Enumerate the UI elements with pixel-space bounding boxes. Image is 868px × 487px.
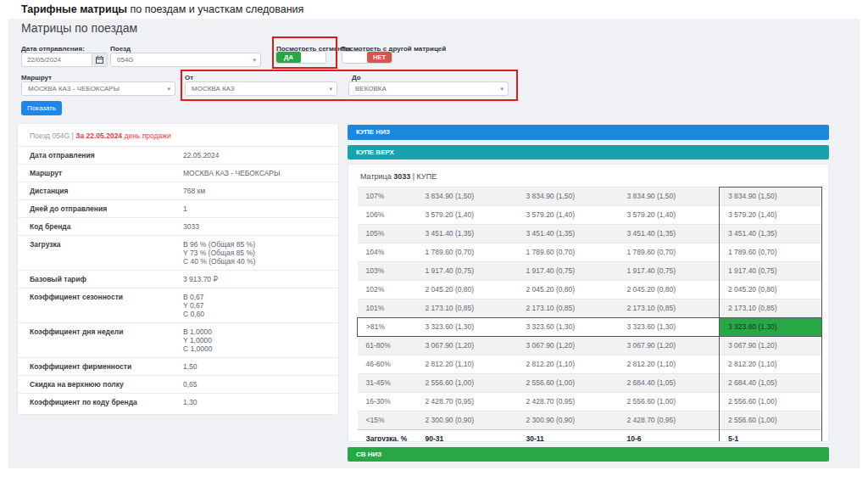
matrix-row: 103%1 917.40 (0,75)1 917.40 (0,75)1 917.… bbox=[358, 262, 822, 281]
info-value: 1 bbox=[183, 200, 338, 218]
info-value: 1,30 bbox=[183, 394, 338, 411]
matrix-title-prefix: Матрица bbox=[360, 172, 393, 181]
from-select-value: МОСКВА КАЗ bbox=[192, 85, 235, 92]
info-row: Коэффициент сезонностиB 0,67Y 0,67C 0,60 bbox=[18, 288, 338, 323]
load-range-label: 102% bbox=[358, 281, 417, 299]
train-select-value: 054G bbox=[117, 56, 134, 64]
section-kupe-verkh[interactable]: КУПЕ ВЕРХ bbox=[348, 145, 829, 160]
section-kupe-niz[interactable]: КУПЕ НИЗ bbox=[348, 125, 829, 140]
departure-date-group bbox=[21, 53, 108, 67]
matrix-cell: 3 579.20 (1,40) bbox=[720, 206, 822, 225]
info-row: ЗагрузкаB 96 % (Общая 85 %)Y 73 % (Общая… bbox=[18, 236, 338, 271]
matrix-cell: 1 917.40 (0,75) bbox=[619, 262, 720, 281]
info-value: 0,65 bbox=[183, 376, 338, 394]
matrix-cell: 1 789.60 (0,70) bbox=[720, 244, 822, 262]
calendar-icon[interactable] bbox=[92, 53, 108, 67]
info-row: МаршрутМОСКВА КАЗ - ЧЕБОКСАРЫ bbox=[18, 165, 338, 182]
info-row: Дата отправления22.05.2024 bbox=[18, 147, 338, 165]
load-range-label: 101% bbox=[358, 299, 417, 318]
matrix-cell: 2 812.20 (1,10) bbox=[720, 355, 822, 374]
info-value-line: МОСКВА КАЗ - ЧЕБОКСАРЫ bbox=[183, 169, 338, 177]
info-label: Коэффициент дня недели bbox=[18, 323, 183, 358]
info-value-line: Y 0,67 bbox=[183, 301, 338, 310]
info-value-line: 3033 bbox=[183, 222, 338, 231]
matrix-row: 46-60%2 812.20 (1,10)2 812.20 (1,10)2 81… bbox=[358, 355, 822, 374]
toggle-track bbox=[342, 52, 367, 63]
matrix-cell: 2 428.70 (0,95) bbox=[417, 393, 518, 411]
info-row: Коэффициент по коду бренда1,30 bbox=[18, 394, 338, 411]
load-range-label: 104% bbox=[358, 244, 417, 262]
matrix-code: 3033 bbox=[393, 172, 410, 181]
matrix-cell: 1 789.60 (0,70) bbox=[619, 244, 720, 262]
info-value-line: C 1,0000 bbox=[183, 344, 338, 353]
info-value-line: C 0,60 bbox=[183, 310, 338, 318]
train-info-title-suffix: день продажи bbox=[122, 132, 171, 140]
page-title: Матрицы по поездам bbox=[21, 21, 137, 35]
route-label: Маршрут bbox=[21, 74, 52, 81]
matrix-cell: 2 556.60 (1,00) bbox=[720, 411, 822, 430]
matrix-cell: 2 300.90 (0,90) bbox=[518, 411, 619, 430]
matrix-cell: 2 428.70 (0,95) bbox=[518, 393, 619, 411]
app-title: Тарифные матрицы по поездам и участкам с… bbox=[0, 0, 868, 19]
load-range-label: 16-30% bbox=[358, 393, 417, 411]
matrix-cell: 2 300.90 (0,90) bbox=[417, 411, 518, 430]
matrix-row: 105%3 451.40 (1,35)3 451.40 (1,35)3 451.… bbox=[358, 225, 822, 244]
matrix-cell: 3 067.90 (1,20) bbox=[417, 337, 518, 355]
info-label: Дней до отправления bbox=[18, 200, 183, 218]
matrix-cell: 1 789.60 (0,70) bbox=[518, 244, 619, 262]
matrix-card: Матрица 3033 | КУПЕ 107%3 834.90 (1,50)3… bbox=[348, 164, 829, 442]
other-matrix-toggle[interactable]: НЕТ bbox=[342, 51, 392, 64]
matrix-cell: 1 917.40 (0,75) bbox=[720, 262, 822, 281]
train-label: Поезд bbox=[110, 45, 131, 53]
matrix-cell: 2 812.20 (1,10) bbox=[619, 355, 720, 374]
matrix-cell: 2 045.20 (0,80) bbox=[619, 281, 720, 299]
info-label: Загрузка bbox=[18, 236, 183, 271]
app-title-bold: Тарифные матрицы bbox=[21, 3, 127, 15]
info-label: Дата отправления bbox=[18, 147, 183, 165]
info-label: Базовый тариф bbox=[18, 271, 183, 288]
matrix-cell: 3 323.60 (1,30) bbox=[417, 318, 518, 337]
info-value-line: C 40 % (Общая 40 %) bbox=[183, 257, 338, 266]
matrix-cell: 3 451.40 (1,35) bbox=[417, 225, 518, 244]
info-value-line: Y 1,0000 bbox=[183, 336, 338, 344]
chevron-down-icon: ▾ bbox=[167, 82, 170, 95]
train-select[interactable]: 054G ▾ bbox=[110, 53, 261, 67]
column-header: 5-1 bbox=[720, 430, 822, 443]
matrix-row: 61-80%3 067.90 (1,20)3 067.90 (1,20)3 06… bbox=[358, 337, 822, 355]
train-info-title: Поезд 054G | За 22.05.2024 день продажи bbox=[18, 132, 338, 146]
info-row: Скидка на верхнюю полку0,65 bbox=[18, 376, 338, 394]
show-button[interactable]: Показать bbox=[21, 101, 62, 115]
info-row: Коэффициент фирменности1,50 bbox=[18, 358, 338, 376]
from-select[interactable]: МОСКВА КАЗ ▾ bbox=[185, 81, 337, 96]
matrix-cell: 3 834.90 (1,50) bbox=[518, 188, 619, 206]
matrix-cell: 2 812.20 (1,10) bbox=[518, 355, 619, 374]
app-title-rest: по поездам и участкам следования bbox=[127, 3, 303, 15]
matrix-row: <15%2 300.90 (0,90)2 300.90 (0,90)2 428.… bbox=[358, 411, 822, 430]
info-value: B 1,0000Y 1,0000C 1,0000 bbox=[183, 323, 338, 358]
matrix-row: 16-30%2 428.70 (0,95)2 428.70 (0,95)2 55… bbox=[358, 393, 822, 411]
main-panel: Матрицы по поездам Дата отправления: Пое… bbox=[8, 19, 860, 468]
info-value-line: 22.05.2024 bbox=[183, 151, 338, 160]
info-value-line: 768 км bbox=[183, 187, 338, 195]
matrix-cell: 2 045.20 (0,80) bbox=[720, 281, 822, 299]
route-select[interactable]: МОСКВА КАЗ - ЧЕБОКСАРЫ ▾ bbox=[21, 81, 175, 96]
train-info-title-train: Поезд 054G | bbox=[30, 132, 75, 140]
info-value-line: B 0,67 bbox=[183, 293, 338, 301]
matrix-title-suffix: | КУПЕ bbox=[410, 172, 437, 181]
matrix-cell: 2 428.70 (0,95) bbox=[619, 411, 720, 430]
matrix-cell: 2 045.20 (0,80) bbox=[518, 281, 619, 299]
info-value-line: 1 bbox=[183, 204, 338, 213]
section-sv-niz[interactable]: СВ НИЗ bbox=[348, 447, 829, 462]
view-segments-toggle[interactable]: ДА bbox=[275, 51, 326, 64]
matrix-cell: 3 579.20 (1,40) bbox=[518, 206, 619, 225]
load-range-label: 107% bbox=[358, 188, 417, 206]
matrix-cell: 2 556.60 (1,00) bbox=[720, 393, 822, 411]
matrix-cell: 2 173.10 (0,85) bbox=[518, 299, 619, 318]
to-select[interactable]: ВЕКОВКА ▾ bbox=[348, 81, 509, 96]
info-value: B 0,67Y 0,67C 0,60 bbox=[183, 288, 338, 323]
info-value: 3 913.70 ₽ bbox=[183, 271, 338, 288]
load-range-label: 103% bbox=[358, 262, 417, 281]
info-value-line: 1,30 bbox=[183, 398, 338, 406]
departure-date-input[interactable] bbox=[21, 53, 92, 67]
app-title-bar: Тарифные матрицы по поездам и участкам с… bbox=[0, 0, 868, 19]
